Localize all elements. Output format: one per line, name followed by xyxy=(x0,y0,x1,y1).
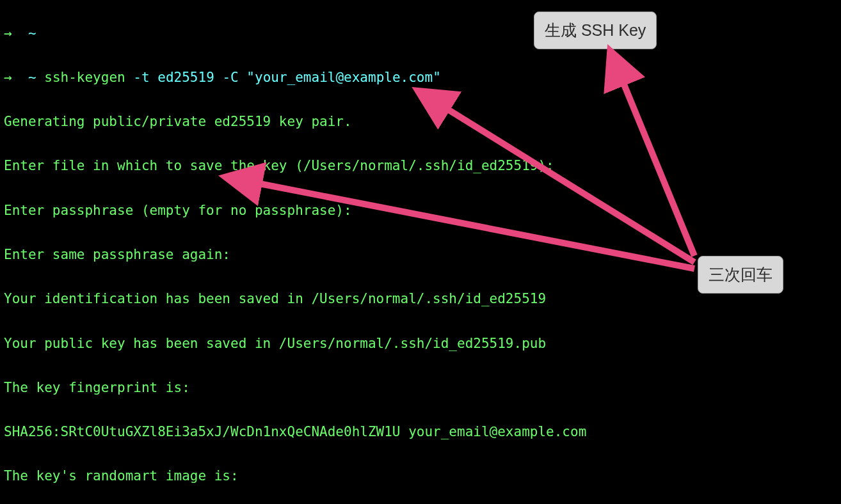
annotation-label-generate-ssh-key: 生成 SSH Key xyxy=(534,12,657,49)
output-line: SHA256:SRtC0UtuGXZl8Ei3a5xJ/WcDn1nxQeCNA… xyxy=(4,421,837,443)
output-line: The key's randomart image is: xyxy=(4,465,837,487)
annotation-label-three-enters: 三次回车 xyxy=(698,256,783,294)
prompt-tilde: ~ xyxy=(28,70,36,85)
output-line: Enter file in which to save the key (/Us… xyxy=(4,155,837,177)
prompt-arrow: → xyxy=(4,26,12,41)
command-line: → ~ ssh-keygen -t ed25519 -C "your_email… xyxy=(4,67,837,89)
output-line: Generating public/private ed25519 key pa… xyxy=(4,111,837,133)
command-name: ssh-keygen xyxy=(44,70,125,85)
terminal-window[interactable]: → ~ → ~ ssh-keygen -t ed25519 -C "your_e… xyxy=(0,0,841,504)
command-args: -t ed25519 -C "your_email@example.com" xyxy=(133,70,440,85)
prompt-arrow: → xyxy=(4,70,12,85)
output-line: Enter passphrase (empty for no passphras… xyxy=(4,200,837,222)
output-line: The key fingerprint is: xyxy=(4,377,837,399)
output-line: Your public key has been saved in /Users… xyxy=(4,333,837,355)
prompt-tilde: ~ xyxy=(28,26,36,41)
prompt-line-prev: → ~ xyxy=(4,22,837,45)
